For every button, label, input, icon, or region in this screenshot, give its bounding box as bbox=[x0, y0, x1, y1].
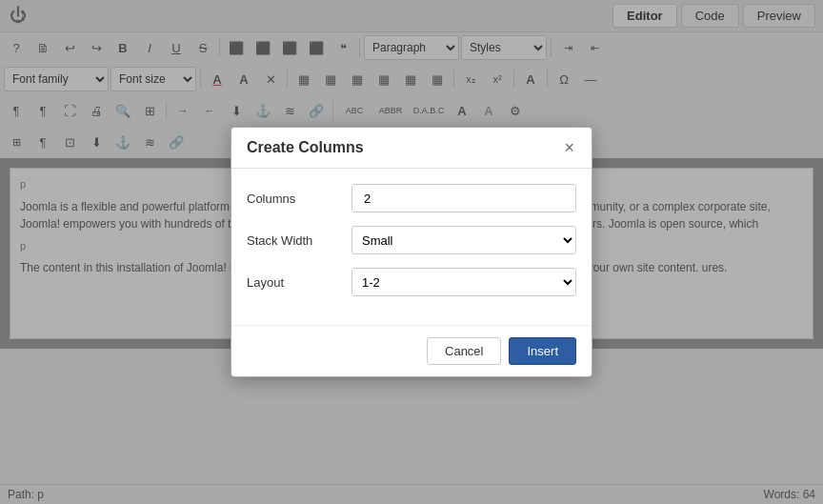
stack-width-field-group: Stack Width Small Medium Large bbox=[247, 226, 576, 254]
modal-close-button[interactable]: × bbox=[562, 139, 576, 156]
layout-field-group: Layout 1-2 1-3 1-1 2-1 3-1 bbox=[247, 268, 576, 296]
layout-select[interactable]: 1-2 1-3 1-1 2-1 3-1 bbox=[351, 268, 576, 296]
columns-spinbox bbox=[351, 184, 576, 212]
modal-title: Create Columns bbox=[247, 139, 364, 156]
modal-header: Create Columns × bbox=[231, 128, 592, 169]
columns-input[interactable] bbox=[358, 184, 570, 212]
modal-overlay: Create Columns × Columns Stack Width Sma… bbox=[0, 0, 823, 504]
stack-width-label: Stack Width bbox=[247, 233, 351, 248]
insert-button[interactable]: Insert bbox=[509, 337, 576, 365]
stack-width-select[interactable]: Small Medium Large bbox=[351, 226, 576, 254]
create-columns-modal: Create Columns × Columns Stack Width Sma… bbox=[231, 127, 592, 377]
columns-field-group: Columns bbox=[247, 184, 576, 212]
cancel-button[interactable]: Cancel bbox=[427, 337, 501, 365]
columns-label: Columns bbox=[247, 192, 351, 206]
modal-footer: Cancel Insert bbox=[231, 325, 592, 376]
modal-body: Columns Stack Width Small Medium Large L… bbox=[231, 169, 592, 325]
layout-label: Layout bbox=[247, 275, 351, 290]
